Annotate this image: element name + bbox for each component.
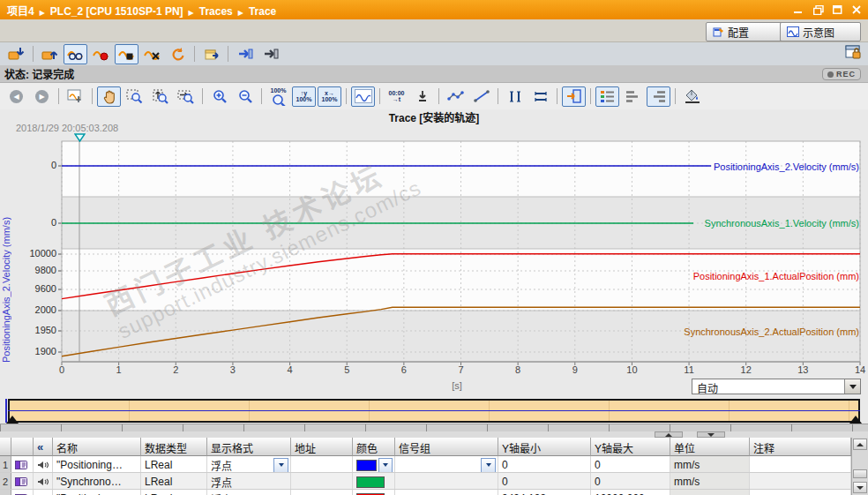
address-cell[interactable] [291,490,353,495]
signal-row[interactable]: 1"Positioning…LReal浮点00mm/s [0,456,868,473]
signal-row[interactable]: 3"Positioning…LReal浮点9494.19310000.000 [0,490,868,495]
y-max-cell[interactable]: 0 [591,473,670,489]
show-samples-icon[interactable] [444,86,468,107]
display-format-cell[interactable]: 浮点 [207,456,291,472]
display-format-cell[interactable]: 浮点 [207,490,291,495]
color-cell[interactable] [353,473,395,489]
zoom-out-icon[interactable] [233,86,257,107]
breadcrumb-item[interactable]: Traces [199,5,233,18]
data-type-cell[interactable]: LReal [141,473,207,489]
y-min-cell[interactable]: 0 [498,456,591,472]
color-swatch[interactable] [356,476,385,488]
display-curves-icon[interactable] [351,86,375,107]
zoom-selection-vertical-icon[interactable] [148,86,172,107]
legend-left-icon[interactable] [621,86,645,107]
transfer-trace-to-device-icon[interactable] [4,44,28,64]
column-header[interactable]: 显示格式 [207,438,291,456]
x-scale-100-icon[interactable]: x→100% [318,86,341,107]
breadcrumb-item[interactable]: Trace [249,5,276,18]
deactivate-recording-icon[interactable] [140,44,164,64]
activate-recording-icon[interactable] [89,44,113,64]
color-cell[interactable] [353,456,395,472]
address-cell[interactable] [291,456,353,472]
background-color-icon[interactable] [680,86,704,107]
repeat-measurement-icon[interactable] [166,44,190,64]
transfer-trace-from-device-icon[interactable] [38,44,62,64]
splitter-expand-up-button[interactable] [655,431,683,438]
collapse-columns-icon[interactable]: « [34,438,53,456]
scroll-up-button[interactable] [853,439,867,450]
minimize-button[interactable] [793,5,804,15]
column-header[interactable]: 颜色 [353,438,395,456]
overview-window-icon[interactable] [64,86,87,107]
snap-to-samples-icon[interactable] [562,86,586,107]
range-handle-right[interactable] [849,416,862,424]
signal-name-cell[interactable]: "Synchrono… [53,473,141,489]
comment-cell[interactable] [750,490,851,495]
color-cell[interactable] [353,490,395,495]
range-handle-left[interactable] [6,416,19,424]
column-header[interactable]: 地址 [291,438,353,456]
overview-range-selector[interactable] [5,399,863,423]
close-button[interactable] [851,5,863,15]
column-header[interactable]: Y轴最小 [498,438,591,456]
signal-group-cell[interactable] [395,456,498,472]
y-scale-100-icon[interactable]: ↑y100% [292,86,316,107]
scroll-thumb[interactable] [853,469,867,478]
legend-right-icon[interactable] [647,86,670,107]
maximize-button[interactable] [832,5,843,15]
unit-cell[interactable]: mm/s [670,473,750,489]
color-swatch[interactable] [356,460,377,471]
y-max-cell[interactable]: 0 [591,456,670,472]
scroll-down-button[interactable] [853,482,867,493]
import-measurement-icon[interactable] [233,44,257,64]
signal-group-cell[interactable] [395,473,498,489]
time-range-dropdown-button[interactable] [844,379,860,394]
undo-view-icon[interactable]: ◀ [4,86,28,107]
stop-recording-icon[interactable] [115,44,138,64]
time-download-icon[interactable] [410,86,434,107]
show-legend-icon[interactable] [595,86,619,107]
comment-cell[interactable] [750,456,851,472]
panel-splitter[interactable] [0,431,868,438]
column-header[interactable]: 名称 [53,438,141,456]
y-min-cell[interactable]: 9494.193 [498,490,591,495]
column-header[interactable]: 注释 [750,438,851,456]
zoom-selection-icon[interactable] [123,86,146,107]
signal-row[interactable]: 2"Synchrono…LReal浮点00mm/s [0,473,868,490]
breadcrumb-item[interactable]: PLC_2 [CPU 1510SP-1 PN] [50,5,183,18]
monitor-trace-icon[interactable] [64,44,87,64]
y-min-cell[interactable]: 0 [498,473,591,489]
signal-name-cell[interactable]: "Positioning… [53,456,141,472]
add-to-measurements-icon[interactable] [199,44,223,64]
unit-cell[interactable] [670,490,750,495]
y-max-cell[interactable]: 10000.000 [591,490,670,495]
signal-name-cell[interactable]: "Positioning… [53,490,141,495]
time-axis-format-icon[interactable]: 00:00→t [385,86,408,107]
display-format-cell[interactable]: 浮点 [207,473,291,489]
column-header[interactable]: Y轴最大 [591,438,670,456]
vertical-cursors-icon[interactable] [503,86,527,107]
data-type-cell[interactable]: LReal [141,490,207,495]
pan-hand-icon[interactable] [97,86,121,107]
splitter-expand-down-button[interactable] [697,431,725,438]
zoom-100-icon[interactable]: 100% [266,86,290,107]
restore-button[interactable] [812,5,824,15]
column-header[interactable]: 信号组 [395,438,498,456]
tab-configuration[interactable]: 配置 [706,22,785,41]
plot-area[interactable] [62,141,860,362]
breadcrumb-item[interactable]: 项目4 [7,5,34,18]
zoom-in-icon[interactable] [207,86,231,107]
column-header[interactable]: 数据类型 [141,438,207,456]
tab-diagram[interactable]: 示意图 [780,22,861,41]
address-cell[interactable] [291,473,353,489]
signal-group-dropdown[interactable] [481,458,496,473]
display-format-dropdown[interactable] [273,458,288,473]
column-header[interactable]: 单位 [670,438,750,456]
unit-cell[interactable]: mm/s [670,456,750,472]
interpolation-icon[interactable] [469,86,493,107]
signal-group-cell[interactable] [395,490,498,495]
zoom-selection-horizontal-icon[interactable] [174,86,198,107]
export-measurement-icon[interactable] [258,44,282,64]
horizontal-cursors-icon[interactable] [528,86,552,107]
